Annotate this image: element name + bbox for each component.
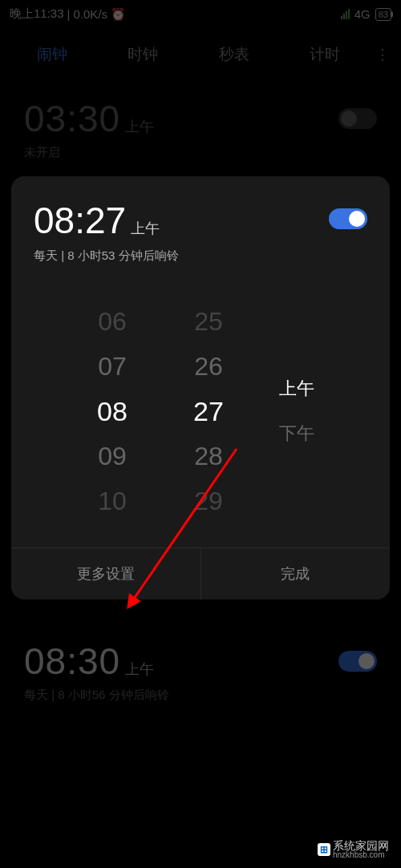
alarm-toggle-1[interactable]: [338, 108, 377, 129]
alarm-sub: 未开启: [24, 145, 377, 160]
tab-clock[interactable]: 时钟: [98, 44, 189, 65]
edit-time: 08:27: [34, 199, 126, 242]
clock-tabs: 闹钟 时钟 秒表 计时 ⋮: [0, 28, 401, 73]
status-speed: 0.0K/s: [73, 7, 107, 21]
alarm-item-1[interactable]: 03:30 上午 未开启: [0, 73, 401, 176]
alarm-ampm: 上午: [125, 117, 154, 136]
edit-ampm: 上午: [131, 219, 160, 238]
edit-sub: 每天 | 8 小时53 分钟后响铃: [34, 248, 179, 264]
watermark-url: hnzkhbsb.com: [333, 851, 389, 859]
minute-option[interactable]: 28: [194, 434, 223, 478]
status-left: 晚上11:33 | 0.0K/s ⏰: [10, 6, 126, 22]
alarm-time: 08:30: [24, 640, 120, 683]
hour-option[interactable]: 06: [98, 299, 127, 344]
minute-option[interactable]: 25: [194, 299, 223, 344]
minute-option[interactable]: 26: [194, 344, 223, 389]
tab-timer[interactable]: 计时: [280, 44, 371, 65]
network-label: 4G: [354, 7, 371, 21]
minute-option-selected[interactable]: 27: [193, 389, 224, 434]
alarm-item-2[interactable]: 08:30 上午 每天 | 8 小时56 分钟后响铃: [0, 616, 401, 719]
hour-picker[interactable]: 06 07 08 09 10: [64, 299, 160, 523]
tab-alarm[interactable]: 闹钟: [6, 44, 98, 65]
minute-picker[interactable]: 25 26 27 28 29: [160, 299, 257, 523]
status-bar: 晚上11:33 | 0.0K/s ⏰ 4G 83: [0, 0, 401, 28]
watermark-logo-icon: ⊞: [318, 843, 330, 856]
hour-option-selected[interactable]: 08: [97, 389, 128, 434]
time-picker[interactable]: 06 07 08 09 10 25 26 27 28 29 上午 下午: [11, 275, 390, 547]
status-sep: |: [67, 7, 71, 21]
alarm-edit-card: 08:27 上午 每天 | 8 小时53 分钟后响铃 06 07 08 09 1…: [11, 176, 390, 600]
alarm-clock-icon: ⏰: [111, 7, 126, 22]
alarm-toggle-2[interactable]: [338, 651, 377, 672]
more-settings-button[interactable]: 更多设置: [11, 548, 201, 600]
alarm-time: 03:30: [24, 97, 120, 140]
hour-option[interactable]: 07: [98, 344, 127, 389]
tab-stopwatch[interactable]: 秒表: [188, 44, 280, 65]
more-icon[interactable]: ⋮: [371, 46, 395, 63]
hour-option[interactable]: 10: [98, 478, 127, 523]
signal-icon: [341, 9, 350, 19]
minute-option[interactable]: 29: [194, 478, 223, 523]
done-button[interactable]: 完成: [201, 548, 391, 600]
battery-icon: 83: [375, 8, 391, 21]
alarm-ampm: 上午: [125, 660, 154, 679]
edit-toggle[interactable]: [329, 208, 367, 229]
ampm-am[interactable]: 上午: [279, 366, 314, 411]
status-time: 晚上11:33: [10, 6, 64, 22]
watermark: ⊞ 系统家园网 hnzkhbsb.com: [314, 838, 393, 862]
ampm-picker[interactable]: 上午 下午: [257, 299, 337, 523]
hour-option[interactable]: 09: [98, 434, 127, 478]
ampm-pm[interactable]: 下午: [279, 411, 314, 456]
alarm-sub: 每天 | 8 小时56 分钟后响铃: [24, 688, 377, 703]
status-right: 4G 83: [341, 7, 391, 21]
